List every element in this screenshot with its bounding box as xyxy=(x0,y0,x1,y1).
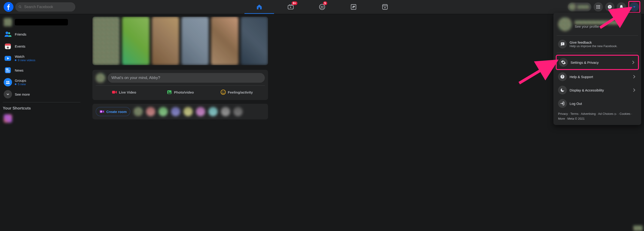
svg-rect-37 xyxy=(101,111,102,112)
stories-tray[interactable] xyxy=(92,17,268,65)
tab-gaming[interactable] xyxy=(339,0,362,14)
svg-point-4 xyxy=(321,6,322,7)
svg-point-1 xyxy=(19,6,21,8)
see-more-label: See more xyxy=(15,92,30,96)
gaming-icon xyxy=(350,4,357,10)
room-contact[interactable] xyxy=(221,107,230,116)
groups-icon xyxy=(4,78,12,86)
top-header: 9+ 5 xyxy=(0,0,362,14)
search-icon xyxy=(18,5,22,9)
divider xyxy=(3,102,80,102)
avatar[interactable] xyxy=(96,73,105,83)
svg-point-33 xyxy=(222,92,223,92)
composer-photo-video[interactable]: Photo/video xyxy=(152,88,208,97)
photo-icon xyxy=(166,90,172,95)
tab-watch[interactable]: 9+ xyxy=(276,0,306,14)
room-contact[interactable] xyxy=(134,107,143,116)
story-card[interactable] xyxy=(211,17,238,65)
create-room-label: Create room xyxy=(106,110,127,114)
smiley-icon xyxy=(220,90,226,95)
svg-point-3 xyxy=(319,4,325,10)
post-composer: What's on your mind, Abby? Live Video Ph… xyxy=(92,70,268,100)
action-label: Photo/video xyxy=(174,90,194,94)
svg-point-28 xyxy=(8,81,9,82)
svg-point-17 xyxy=(6,32,8,34)
rooms-bar: Create room xyxy=(92,104,268,120)
events-icon xyxy=(4,42,12,50)
sidebar-item-watch[interactable]: Watch 9 new videos xyxy=(2,52,81,64)
tab-home[interactable] xyxy=(244,0,274,14)
story-card[interactable] xyxy=(182,17,209,65)
svg-rect-24 xyxy=(6,68,8,70)
svg-point-5 xyxy=(322,6,324,7)
svg-rect-21 xyxy=(5,45,11,46)
story-card[interactable] xyxy=(92,17,120,65)
search-input[interactable] xyxy=(24,4,72,9)
room-contact[interactable] xyxy=(184,107,193,116)
groups-badge: 5 xyxy=(323,2,328,5)
nav-tabs: 9+ 5 xyxy=(244,0,362,14)
home-icon xyxy=(256,4,262,10)
shortcuts-heading: Your Shortcuts xyxy=(2,104,81,112)
tab-groups[interactable]: 5 xyxy=(307,0,337,14)
friends-icon xyxy=(4,30,12,38)
action-label: Feeling/activity xyxy=(228,90,253,94)
video-camera-icon xyxy=(112,90,117,95)
left-sidebar: Friends Events Watch 9 new videos News G… xyxy=(0,14,83,132)
watch-badge: 9+ xyxy=(292,2,298,5)
watch-icon xyxy=(4,54,12,62)
story-card[interactable] xyxy=(241,17,268,65)
composer-feeling[interactable]: Feeling/activity xyxy=(208,88,265,97)
action-label: Live Video xyxy=(119,90,136,94)
chevron-down-icon xyxy=(4,90,12,98)
search-box[interactable] xyxy=(15,2,75,12)
sidebar-item-events[interactable]: Events xyxy=(2,40,81,52)
svg-rect-25 xyxy=(6,70,10,71)
room-contact[interactable] xyxy=(158,107,168,116)
news-icon xyxy=(4,66,12,74)
create-room-button[interactable]: Create room xyxy=(96,107,130,116)
avatar xyxy=(4,18,12,26)
sidebar-item-label: Friends xyxy=(15,32,26,36)
composer-input[interactable]: What's on your mind, Abby? xyxy=(108,73,265,83)
profile-name-redacted xyxy=(15,19,68,26)
story-card[interactable] xyxy=(122,17,149,65)
room-contact[interactable] xyxy=(171,107,180,116)
svg-rect-26 xyxy=(6,72,10,72)
svg-point-18 xyxy=(8,32,10,34)
composer-live-video[interactable]: Live Video xyxy=(96,88,152,97)
facebook-logo[interactable] xyxy=(4,2,14,12)
story-card[interactable] xyxy=(152,17,179,65)
sidebar-item-label: News xyxy=(15,68,24,72)
sidebar-item-label: Groups xyxy=(15,78,26,82)
svg-point-32 xyxy=(221,90,226,94)
room-contact[interactable] xyxy=(234,107,243,116)
sidebar-shortcut[interactable] xyxy=(2,112,81,124)
sidebar-item-groups[interactable]: Groups 5 new xyxy=(2,76,81,88)
svg-rect-29 xyxy=(112,91,115,94)
sidebar-item-friends[interactable]: Friends xyxy=(2,28,81,40)
sidebar-item-profile[interactable] xyxy=(2,16,81,28)
room-contact[interactable] xyxy=(196,107,205,116)
shortcut-thumb xyxy=(4,114,12,123)
sidebar-see-more[interactable]: See more xyxy=(2,88,81,100)
room-contact[interactable] xyxy=(146,107,155,116)
main-feed: What's on your mind, Abby? Live Video Ph… xyxy=(92,17,268,120)
sidebar-item-sub: 5 new xyxy=(15,82,26,86)
svg-point-31 xyxy=(168,91,169,92)
room-contact[interactable] xyxy=(208,107,218,116)
sidebar-item-label: Watch xyxy=(15,54,35,58)
sidebar-item-sub: 9 new videos xyxy=(15,58,35,62)
svg-point-27 xyxy=(6,81,8,82)
video-plus-icon xyxy=(99,109,104,114)
sidebar-item-label: Events xyxy=(15,44,26,48)
sidebar-item-news[interactable]: News xyxy=(2,64,81,76)
svg-point-34 xyxy=(224,92,224,92)
